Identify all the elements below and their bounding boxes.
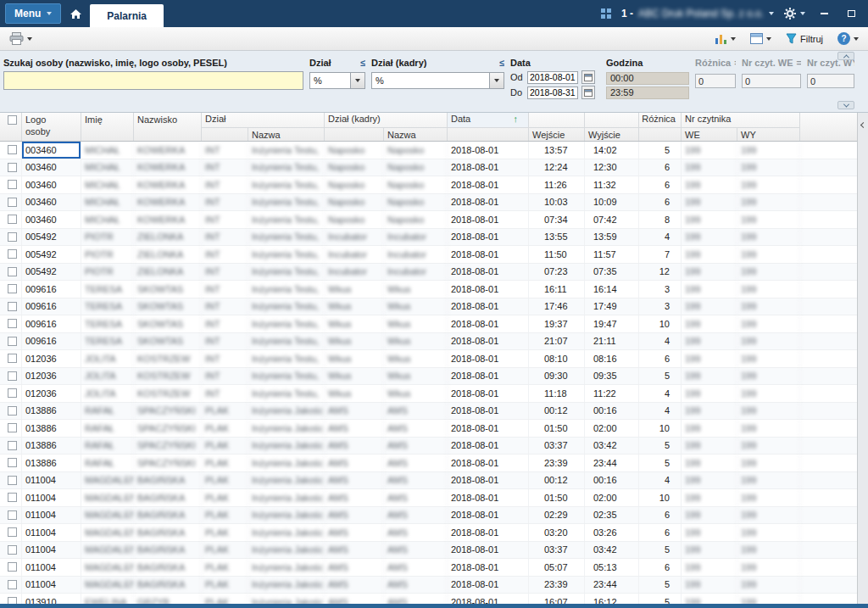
cell-dzial_nazwa[interactable]: Inżynieria Testu, <box>248 333 325 350</box>
cell-wy[interactable]: 199 <box>737 559 800 576</box>
cell-nazwisko[interactable]: ZIELONKA <box>134 229 202 246</box>
cell-wy[interactable]: 199 <box>737 159 800 176</box>
filter-button[interactable]: Filtruj <box>782 31 826 47</box>
cell-wy[interactable]: 199 <box>737 264 800 281</box>
cell-dzial_nazwa[interactable]: Inżynieria Testu, <box>248 142 325 159</box>
cell-roznica[interactable]: 5 <box>639 368 682 385</box>
row-checkbox[interactable] <box>0 281 22 298</box>
cell-nazwisko[interactable]: SPACZYŃSKI <box>134 438 202 455</box>
cell-imie[interactable]: MICHAŁ <box>81 142 134 159</box>
cell-nazwisko[interactable]: BAGIŃSKA <box>134 542 202 559</box>
cell-wejscie[interactable]: 02:29 <box>529 507 585 524</box>
cell-we[interactable]: 199 <box>682 455 737 471</box>
cell-imie[interactable]: TERESA <box>81 298 134 315</box>
cell-we[interactable]: 199 <box>682 281 737 298</box>
cell-kadry_nazwa[interactable]: Incubator <box>384 246 448 263</box>
cell-dzial_kod[interactable]: INT <box>202 333 248 350</box>
cell-we[interactable]: 199 <box>682 350 737 367</box>
cell-data[interactable]: 2018-08-01 <box>448 142 529 159</box>
cell-nazwisko[interactable]: BAGIŃSKA <box>134 559 202 576</box>
cell-logo[interactable]: 013910 <box>22 594 81 604</box>
column-header-data-sub[interactable] <box>448 127 529 141</box>
cell-data[interactable]: 2018-08-01 <box>448 246 529 263</box>
cell-nazwisko[interactable]: KOWERKA <box>134 176 202 193</box>
cell-kadry_kod[interactable]: AMS <box>325 403 384 420</box>
search-input[interactable] <box>3 71 303 90</box>
cell-nazwisko[interactable]: KOSTRZEW <box>134 385 202 402</box>
cell-dzial_nazwa[interactable]: Inżynieria Testu, <box>248 281 325 298</box>
print-button[interactable] <box>6 30 36 47</box>
cell-we[interactable]: 199 <box>682 315 737 332</box>
cell-nazwisko[interactable]: KOSTRZEW <box>134 368 202 385</box>
cell-roznica[interactable]: 5 <box>639 542 682 559</box>
cell-roznica[interactable]: 5 <box>639 438 682 455</box>
cell-data[interactable]: 2018-08-01 <box>448 403 529 420</box>
date-to-input[interactable] <box>527 86 578 99</box>
cell-nazwisko[interactable]: BAGIŃSKA <box>134 577 202 594</box>
cell-kadry_kod[interactable]: Incubator <box>325 229 384 246</box>
table-row[interactable]: 012036JOLITAKOSTRZEWINTInżynieria Testu,… <box>0 385 857 403</box>
cell-logo[interactable]: 011004 <box>22 524 81 541</box>
cell-dzial_kod[interactable]: PLAK <box>202 455 248 471</box>
row-checkbox[interactable] <box>0 194 22 211</box>
cell-wyjscie[interactable]: 00:16 <box>585 403 639 420</box>
cell-roznica[interactable]: 4 <box>639 385 682 402</box>
cell-wejscie[interactable]: 07:34 <box>529 211 585 228</box>
cell-wejscie[interactable]: 19:37 <box>529 315 585 332</box>
cell-wejscie[interactable]: 09:30 <box>529 368 585 385</box>
column-header-wejscie[interactable]: Wejście <box>529 127 585 141</box>
row-checkbox[interactable] <box>0 159 22 176</box>
cell-imie[interactable]: JOLITA <box>81 385 134 402</box>
cell-roznica[interactable]: 6 <box>639 507 682 524</box>
row-checkbox[interactable] <box>0 489 22 506</box>
cell-logo[interactable]: 013886 <box>22 403 81 420</box>
tab-palarnia[interactable]: Palarnia <box>90 4 164 27</box>
cell-wy[interactable]: 199 <box>737 420 800 437</box>
settings-menu[interactable] <box>784 8 805 20</box>
apps-grid-icon[interactable] <box>601 8 611 19</box>
cell-kadry_kod[interactable]: AMS <box>325 472 384 489</box>
column-header-kadry[interactable]: Dział (kadry) <box>325 113 448 127</box>
cell-we[interactable]: 199 <box>682 368 737 385</box>
cell-data[interactable]: 2018-08-01 <box>448 489 529 506</box>
cell-wejscie[interactable]: 13:57 <box>529 142 585 159</box>
cell-nazwisko[interactable]: KOWERKA <box>134 142 202 159</box>
cell-dzial_nazwa[interactable]: Inżynieria Testu, <box>248 298 325 315</box>
cell-data[interactable]: 2018-08-01 <box>448 559 529 576</box>
cell-wy[interactable]: 199 <box>737 333 800 350</box>
cell-nazwisko[interactable]: SKOWTAS <box>134 333 202 350</box>
table-row[interactable]: 013886RAFAŁSPACZYŃSKIPLAKInżynieria Jako… <box>0 420 857 438</box>
cell-dzial_nazwa[interactable]: Inżynieria Jakości <box>248 420 325 437</box>
cell-kadry_nazwa[interactable]: AMS <box>384 559 448 576</box>
table-row[interactable]: 013910EWELINAGRZYBPLAKInżynieria Jakości… <box>0 594 857 604</box>
cell-we[interactable]: 199 <box>682 211 737 228</box>
cell-imie[interactable]: TERESA <box>81 315 134 332</box>
cell-dzial_nazwa[interactable]: Inżynieria Jakości <box>248 489 325 506</box>
cell-wyjscie[interactable]: 21:11 <box>585 333 639 350</box>
cell-logo[interactable]: 011004 <box>22 542 81 559</box>
cell-kadry_nazwa[interactable]: Wkus <box>384 333 448 350</box>
cell-wyjscie[interactable]: 13:59 <box>585 229 639 246</box>
cell-wy[interactable]: 199 <box>737 385 800 402</box>
cell-dzial_kod[interactable]: INT <box>202 176 248 193</box>
cell-wyjscie[interactable]: 05:13 <box>585 559 639 576</box>
cell-dzial_kod[interactable]: PLAK <box>202 403 248 420</box>
horizontal-scrollbar[interactable] <box>0 604 868 608</box>
cell-wyjscie[interactable]: 03:26 <box>585 524 639 541</box>
cell-kadry_nazwa[interactable]: Incubator <box>384 264 448 281</box>
cell-logo[interactable]: 013886 <box>22 438 81 455</box>
cell-roznica[interactable]: 6 <box>639 350 682 367</box>
czyt-we-input[interactable] <box>742 74 801 88</box>
cell-imie[interactable]: MAGDALENA <box>81 577 134 594</box>
cell-wyjscie[interactable]: 23:44 <box>585 577 639 594</box>
column-header-we[interactable]: WE <box>682 127 737 141</box>
cell-nazwisko[interactable]: KOSTRZEW <box>134 350 202 367</box>
cell-dzial_nazwa[interactable]: Inżynieria Testu, <box>248 159 325 176</box>
cell-imie[interactable]: MICHAŁ <box>81 159 134 176</box>
cell-wejscie[interactable]: 10:03 <box>529 194 585 211</box>
cell-kadry_kod[interactable]: AMS <box>325 489 384 506</box>
column-header-nazwisko[interactable]: Nazwisko <box>134 113 202 141</box>
cell-nazwisko[interactable]: SKOWTAS <box>134 315 202 332</box>
calendar-to-button[interactable] <box>581 86 595 99</box>
row-checkbox[interactable] <box>0 524 22 541</box>
